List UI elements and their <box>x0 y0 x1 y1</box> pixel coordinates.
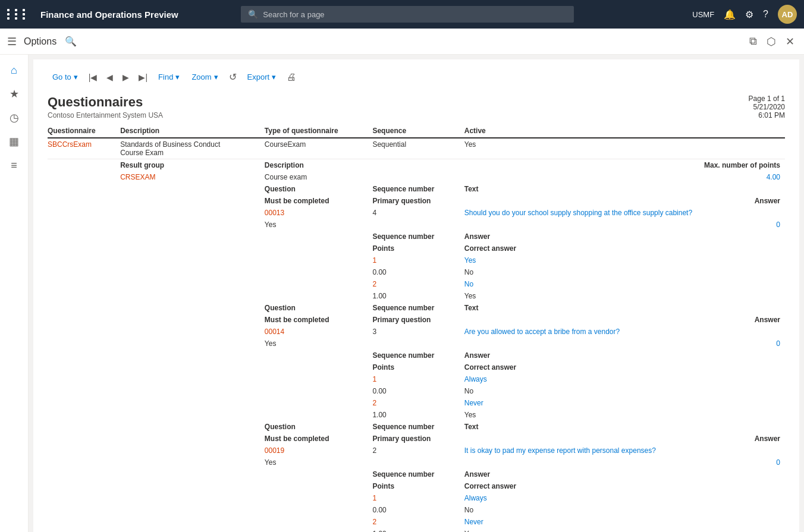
refresh-button[interactable]: ↺ <box>225 69 240 85</box>
prev-page-button[interactable]: ◀ <box>103 70 117 84</box>
a-col-answer-1: Answer <box>464 231 785 243</box>
find-button[interactable]: Find ▾ <box>153 70 184 84</box>
q-col-seqnum: Sequence number <box>372 183 464 195</box>
answer-data-row-3b: 2 Never <box>48 516 785 528</box>
q-id-link-1[interactable]: 00013 <box>265 209 284 217</box>
question-header-row-1: Question Sequence number Text <box>48 183 785 195</box>
sidebar: ⌂ ★ ◷ ▦ ≡ <box>0 55 29 532</box>
questionnaires-table: Questionnaire Description Type of questi… <box>48 124 785 532</box>
page-info: Page 1 of 1 <box>749 95 785 103</box>
answer-subheader-row-3: Points Correct answer <box>48 480 785 492</box>
sec-nav-search-icon[interactable]: 🔍 <box>65 36 77 47</box>
a-correct-1a: No <box>464 266 785 278</box>
top-nav-right: USMF 🔔 ⚙ ? AD <box>692 5 797 24</box>
answer-pts-row-1b: 1.00 Yes <box>48 290 785 302</box>
search-input[interactable] <box>263 10 567 19</box>
cell-sequence: Sequential <box>372 138 464 159</box>
toggle-view-button[interactable]: ⧉ <box>747 33 759 51</box>
content-panel: Go to ▾ |◀ ◀ ▶ ▶| Find ▾ Zoom ▾ ↺ Export <box>33 59 799 532</box>
layout: ⌂ ★ ◷ ▦ ≡ Go to ▾ |◀ ◀ ▶ ▶| Find ▾ <box>0 55 804 532</box>
col-active: Active <box>464 124 785 138</box>
report-date: 5/21/2020 <box>749 103 785 111</box>
search-bar[interactable]: 🔍 <box>241 6 574 23</box>
zoom-button[interactable]: Zoom ▾ <box>187 70 222 84</box>
question-data-row-3: 00019 2 It is okay to pad my expense rep… <box>48 445 785 457</box>
sidebar-item-recent[interactable]: ◷ <box>4 107 25 128</box>
q-col-primary: Primary question <box>372 195 464 207</box>
rg-id-link[interactable]: CRSEXAM <box>120 173 155 181</box>
report-title: Questionnaires <box>48 95 163 110</box>
settings-icon[interactable]: ⚙ <box>745 9 753 20</box>
q-col-question: Question <box>265 183 373 195</box>
question-subheader-row-2: Must be completed Primary question Answe… <box>48 314 785 326</box>
report-subtitle: Contoso Entertainment System USA <box>48 111 163 119</box>
company-label: USMF <box>692 10 714 19</box>
col-questionnaire: Questionnaire <box>48 124 120 138</box>
report-title-block: Questionnaires Contoso Entertainment Sys… <box>48 95 163 119</box>
answer-data-row-3a: 1 Always <box>48 492 785 504</box>
hamburger-icon[interactable]: ☰ <box>7 35 17 48</box>
answer-subheader-row-2: Points Correct answer <box>48 361 785 373</box>
a-col-seqnum-1: Sequence number <box>372 231 464 243</box>
user-avatar[interactable]: AD <box>778 5 797 24</box>
q-id-link-2[interactable]: 00014 <box>265 328 284 336</box>
answer-header-row-1: Sequence number Answer <box>48 231 785 243</box>
goto-button[interactable]: Go to ▾ <box>48 70 83 84</box>
q-text-1: Should you do your school supply shoppin… <box>464 207 785 219</box>
questionnaire-id-link[interactable]: SBCCrsExam <box>48 140 92 149</box>
app-grid-icon[interactable] <box>7 9 29 20</box>
answer-pts-row-2b: 1.00 Yes <box>48 409 785 421</box>
next-page-button[interactable]: ▶ <box>119 70 133 84</box>
answer-data-row-1a: 1 Yes <box>48 254 785 266</box>
sec-nav-title: Options <box>24 36 56 47</box>
answer-data-row-2b: 2 Never <box>48 397 785 409</box>
question-header-row-2: Question Sequence number Text <box>48 302 785 314</box>
result-group-header-row: Result group Description Max. number of … <box>48 159 785 172</box>
print-button[interactable]: 🖨 <box>283 70 300 85</box>
export-button[interactable]: Export ▾ <box>243 70 281 84</box>
q-col-text: Text <box>464 183 785 195</box>
rg-max: 4.00 <box>372 171 785 183</box>
a-seq-1b: 2 <box>372 278 464 290</box>
report-meta: Page 1 of 1 5/21/2020 6:01 PM <box>749 95 785 119</box>
a-text-1b: No <box>464 278 785 290</box>
col-sequence: Sequence <box>372 124 464 138</box>
zoom-label: Zoom <box>191 73 211 81</box>
sidebar-item-workspaces[interactable]: ▦ <box>4 131 25 152</box>
cell-description: Standards of Business Conduct Course Exa… <box>120 138 265 159</box>
find-label: Find <box>158 73 173 81</box>
sidebar-item-favorites[interactable]: ★ <box>4 83 25 105</box>
question-meta-row-2: Yes 0 <box>48 338 785 350</box>
rg-id: CRSEXAM <box>120 171 265 183</box>
col-description: Description <box>120 124 265 138</box>
report-time: 6:01 PM <box>749 111 785 119</box>
rg-col-label: Result group <box>120 159 265 172</box>
a-pts-1b: 1.00 <box>372 290 464 302</box>
q-seq-1: 4 <box>372 207 464 219</box>
result-group-data-row: CRSEXAM Course exam 4.00 <box>48 171 785 183</box>
a-seq-1a: 1 <box>372 254 464 266</box>
sidebar-item-home[interactable]: ⌂ <box>4 59 25 81</box>
question-header-row-3: Question Sequence number Text <box>48 421 785 433</box>
close-button[interactable]: ✕ <box>783 33 797 51</box>
q-col-answer: Answer <box>464 195 785 207</box>
question-meta-row-1: Yes 0 <box>48 219 785 231</box>
rg-col-desc-label: Description <box>265 159 373 172</box>
answer-pts-row-3a: 0.00 No <box>48 504 785 516</box>
col-type: Type of questionnaire <box>265 124 373 138</box>
question-data-row-2: 00014 3 Are you allowed to accept a brib… <box>48 326 785 338</box>
first-page-button[interactable]: |◀ <box>85 70 101 84</box>
open-new-window-button[interactable]: ⬡ <box>764 33 778 51</box>
answer-data-row-1b: 2 No <box>48 278 785 290</box>
q-id-link-3[interactable]: 00019 <box>265 446 284 455</box>
question-subheader-row-3: Must be completed Primary question Answe… <box>48 433 785 445</box>
help-icon[interactable]: ? <box>763 9 768 20</box>
notifications-icon[interactable]: 🔔 <box>724 9 736 20</box>
sec-nav-actions: ⧉ ⬡ ✕ <box>747 33 797 51</box>
q-must-1: Yes <box>265 219 373 231</box>
last-page-button[interactable]: ▶| <box>135 70 151 84</box>
a-pts-1a: 0.00 <box>372 266 464 278</box>
sidebar-item-modules[interactable]: ≡ <box>4 155 25 176</box>
a-col-points-1: Points <box>372 243 464 254</box>
answer-subheader-row-1: Points Correct answer <box>48 243 785 254</box>
